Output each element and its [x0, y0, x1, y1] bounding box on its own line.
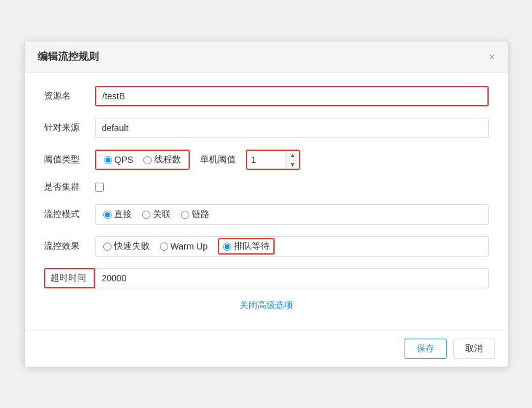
qps-radio-item[interactable]: QPS	[104, 155, 134, 165]
fast-fail-label: 快速失败	[114, 241, 150, 252]
timeout-label-outer: 超时时间	[44, 268, 95, 288]
flow-effect-control: 快速失败 Warm Up 排队等待	[95, 236, 489, 257]
chain-label: 链路	[192, 209, 210, 220]
collapse-link-row: 关闭高级选项	[44, 300, 489, 311]
flow-effect-label: 流控效果	[44, 241, 95, 252]
direct-radio-item[interactable]: 直接	[103, 209, 132, 220]
resource-input-wrap	[95, 86, 489, 106]
flow-mode-control: 直接 关联 链路	[95, 204, 489, 225]
resource-name-label: 资源名	[44, 90, 95, 102]
qps-radio[interactable]	[104, 156, 112, 164]
single-threshold-label: 单机阈值	[200, 154, 236, 165]
chain-radio-item[interactable]: 链路	[181, 209, 210, 220]
fast-fail-radio-item[interactable]: 快速失败	[103, 241, 150, 252]
queue-radio[interactable]	[223, 243, 231, 251]
threshold-type-label: 阈值类型	[44, 154, 95, 165]
queue-label: 排队等待	[234, 241, 270, 252]
warmup-radio[interactable]	[160, 243, 168, 251]
direct-label: 直接	[114, 209, 132, 220]
single-threshold-input[interactable]	[247, 151, 285, 169]
timeout-label: 超时时间	[44, 268, 95, 288]
spinner-down-button[interactable]: ▼	[286, 160, 299, 169]
relate-radio-item[interactable]: 关联	[142, 209, 171, 220]
direct-radio[interactable]	[103, 211, 111, 219]
chain-radio[interactable]	[181, 211, 189, 219]
source-control	[95, 118, 489, 138]
cluster-checkbox[interactable]	[95, 183, 104, 192]
threshold-row: 阈值类型 QPS 线程数 单机阈值	[44, 150, 489, 170]
threshold-type-radio-group: QPS 线程数	[95, 150, 191, 170]
spinner-up-button[interactable]: ▲	[286, 151, 299, 160]
cluster-checkbox-item	[95, 183, 489, 192]
relate-radio[interactable]	[142, 211, 150, 219]
threshold-type-and-value: QPS 线程数 单机阈值 ▲ ▼	[95, 150, 489, 170]
source-input[interactable]	[95, 118, 489, 138]
resource-name-control	[95, 86, 489, 106]
warmup-radio-item[interactable]: Warm Up	[160, 241, 208, 251]
cluster-row: 是否集群	[44, 181, 489, 193]
threads-label: 线程数	[154, 154, 181, 165]
queue-radio-item[interactable]: 排队等待	[218, 238, 275, 255]
flow-mode-radio-group: 直接 关联 链路	[95, 204, 489, 225]
collapse-advanced-link[interactable]: 关闭高级选项	[240, 300, 293, 310]
save-button[interactable]: 保存	[405, 339, 447, 359]
dialog-title: 编辑流控规则	[38, 50, 99, 64]
cluster-label: 是否集群	[44, 181, 95, 193]
dialog-body: 资源名 针对来源 阈值类型 QPS	[25, 73, 508, 330]
qps-label: QPS	[115, 155, 134, 165]
spinner-buttons: ▲ ▼	[285, 151, 299, 169]
resource-name-row: 资源名	[44, 86, 489, 106]
timeout-input[interactable]	[95, 268, 489, 288]
fast-fail-radio[interactable]	[103, 243, 111, 251]
edit-flow-rule-dialog: 编辑流控规则 × 资源名 针对来源 阈值类型	[24, 41, 508, 367]
source-row: 针对来源	[44, 118, 489, 138]
relate-label: 关联	[153, 209, 171, 220]
flow-effect-row: 流控效果 快速失败 Warm Up 排队等待	[44, 236, 489, 257]
timeout-control	[95, 268, 489, 288]
dialog-footer: 保存 取消	[25, 330, 508, 367]
warmup-label: Warm Up	[171, 241, 208, 251]
cluster-control	[95, 183, 489, 192]
cancel-button[interactable]: 取消	[453, 339, 495, 359]
dialog-header: 编辑流控规则 ×	[25, 41, 508, 73]
threads-radio[interactable]	[143, 156, 152, 164]
threshold-type-control: QPS 线程数 单机阈值 ▲ ▼	[95, 150, 489, 170]
close-icon[interactable]: ×	[489, 52, 494, 62]
flow-mode-label: 流控模式	[44, 209, 95, 220]
flow-effect-radio-group: 快速失败 Warm Up 排队等待	[95, 236, 489, 257]
resource-name-input[interactable]	[96, 87, 487, 105]
timeout-row: 超时时间	[44, 268, 489, 288]
threads-radio-item[interactable]: 线程数	[143, 154, 181, 165]
single-threshold-input-wrap: ▲ ▼	[246, 150, 300, 170]
source-label: 针对来源	[44, 122, 95, 134]
flow-mode-row: 流控模式 直接 关联 链路	[44, 204, 489, 225]
